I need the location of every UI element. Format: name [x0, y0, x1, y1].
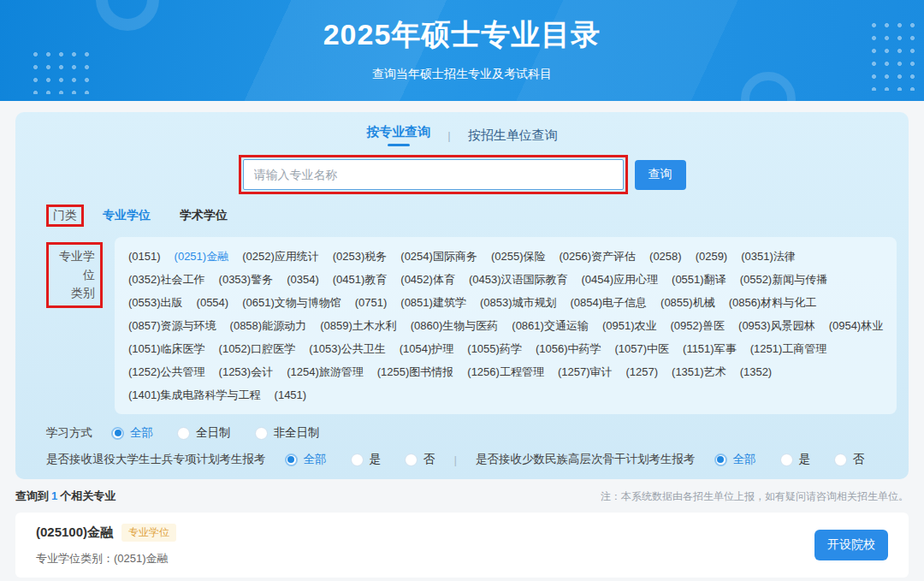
- radio-option-label: 否: [424, 452, 435, 467]
- category-code-option[interactable]: (0854)电子信息: [570, 291, 647, 314]
- minority-plan-label: 是否接收少数民族高层次骨干计划考生报考: [476, 452, 696, 467]
- search-button[interactable]: 查询: [635, 160, 686, 190]
- radio-option-label: 否: [853, 452, 865, 467]
- category-code-option[interactable]: (0851)建筑学: [400, 291, 466, 314]
- group-separator: |: [454, 454, 458, 466]
- tab-by-major[interactable]: 按专业查询: [366, 124, 430, 146]
- category-code-option[interactable]: (0858)能源动力: [230, 314, 307, 337]
- code-row: (1051)临床医学(1052)口腔医学(1053)公共卫生(1054)护理(1…: [128, 337, 883, 360]
- radio-option[interactable]: 全日制: [177, 425, 231, 441]
- category-code-option[interactable]: (1401)集成电路科学与工程: [128, 383, 261, 406]
- radio-option-label: 是: [799, 452, 811, 467]
- radio-option-label: 全日制: [196, 425, 231, 441]
- radio-icon: [834, 454, 847, 466]
- category-code-option[interactable]: (0451)教育: [333, 268, 388, 291]
- category-code-option[interactable]: (1051)临床医学: [128, 337, 205, 360]
- category-code-option[interactable]: (0953)风景园林: [738, 314, 815, 337]
- special-plan-row: 是否接收退役大学生士兵专项计划考生报考 全部是否 | 是否接收少数民族高层次骨干…: [46, 452, 891, 467]
- category-code-option[interactable]: (0553)出版: [128, 291, 183, 314]
- category-code-option[interactable]: (1057)中医: [614, 337, 669, 360]
- category-code-option[interactable]: (0861)交通运输: [512, 314, 589, 337]
- category-code-option[interactable]: (0552)新闻与传播: [740, 268, 828, 291]
- veteran-plan-options: 全部是否: [285, 452, 435, 467]
- category-code-option[interactable]: (0454)应用心理: [581, 268, 658, 291]
- result-card: (025100)金融 专业学位 专业学位类别：(0251)金融 开设院校: [15, 513, 909, 578]
- category-code-option[interactable]: (1151)军事: [683, 337, 737, 360]
- category-code-option[interactable]: (0859)土木水利: [320, 314, 397, 337]
- results-count-suffix: 个相关专业: [60, 489, 116, 502]
- category-code-option[interactable]: (1257): [625, 360, 658, 383]
- category-code-option[interactable]: (0453)汉语国际教育: [469, 268, 568, 291]
- radio-option[interactable]: 全部: [111, 425, 153, 441]
- category-code-option[interactable]: (0853)城市规划: [480, 291, 557, 314]
- category-code-option[interactable]: (0353)警务: [219, 268, 274, 291]
- category-code-option[interactable]: (1256)工程管理: [467, 360, 544, 383]
- radio-option[interactable]: 非全日制: [255, 425, 320, 441]
- category-code-option[interactable]: (0951)农业: [602, 314, 657, 337]
- tab-separator: |: [447, 129, 450, 142]
- category-code-option[interactable]: (1252)公共管理: [128, 360, 205, 383]
- tab-academic-degree[interactable]: 学术学位: [180, 208, 228, 223]
- tab-by-institution[interactable]: 按招生单位查询: [468, 127, 558, 144]
- category-code-option[interactable]: (1054)护理: [400, 337, 454, 360]
- category-code-option[interactable]: (1251)工商管理: [750, 337, 827, 360]
- category-code-option[interactable]: (0351)法律: [741, 245, 796, 268]
- category-code-option[interactable]: (1352): [740, 360, 773, 383]
- category-code-option[interactable]: (0258): [649, 245, 682, 268]
- results-note: 注：本系统数据由各招生单位上报，如有疑问请咨询相关招生单位。: [601, 489, 909, 504]
- category-code-option[interactable]: (0856)材料与化工: [729, 291, 817, 314]
- result-card-info: (025100)金融 专业学位 专业学位类别：(0251)金融: [36, 524, 176, 566]
- category-code-option[interactable]: (0651)文物与博物馆: [242, 291, 341, 314]
- category-codes-row: 专业学位 类别 (0151)(0251)金融(0252)应用统计(0253)税务…: [33, 237, 891, 414]
- result-card-title-row: (025100)金融 专业学位: [36, 524, 176, 542]
- category-code-option[interactable]: (1254)旅游管理: [287, 360, 364, 383]
- category-code-option[interactable]: (0952)兽医: [670, 314, 725, 337]
- category-code-option[interactable]: (1055)药学: [467, 337, 522, 360]
- category-code-option[interactable]: (0251)金融: [175, 245, 229, 268]
- category-code-option[interactable]: (0551)翻译: [672, 268, 726, 291]
- category-code-option[interactable]: (0252)应用统计: [242, 245, 319, 268]
- radio-option-label: 全部: [733, 452, 756, 467]
- radio-option[interactable]: 是: [780, 452, 811, 467]
- veteran-plan-label: 是否接收退役大学生士兵专项计划考生报考: [46, 452, 266, 467]
- open-institutions-button[interactable]: 开设院校: [814, 530, 888, 560]
- category-code-option[interactable]: (0751): [355, 291, 388, 314]
- category-code-option[interactable]: (1053)公共卫生: [309, 337, 386, 360]
- category-code-option[interactable]: (0259): [696, 245, 728, 268]
- radio-option[interactable]: 是: [351, 452, 382, 467]
- radio-option[interactable]: 否: [405, 452, 435, 467]
- category-code-option[interactable]: (1056)中药学: [536, 337, 601, 360]
- category-code-option[interactable]: (1255)图书情报: [377, 360, 454, 383]
- dots-decoration: [29, 48, 91, 94]
- category-code-option[interactable]: (0857)资源与环境: [128, 314, 216, 337]
- category-code-option[interactable]: (0354): [287, 268, 319, 291]
- radio-option[interactable]: 全部: [714, 452, 756, 467]
- radio-option[interactable]: 否: [834, 452, 865, 467]
- category-type-label-line2: 类别: [54, 284, 95, 303]
- category-code-option[interactable]: (0253)税务: [333, 245, 388, 268]
- category-code-option[interactable]: (0256)资产评估: [559, 245, 636, 268]
- category-code-option[interactable]: (1253)会计: [219, 360, 274, 383]
- major-name-input[interactable]: [243, 159, 624, 190]
- category-code-option[interactable]: (0255)保险: [491, 245, 546, 268]
- category-code-option[interactable]: (0954)林业: [829, 314, 884, 337]
- radio-icon: [177, 427, 190, 440]
- category-code-option[interactable]: (0151): [128, 245, 161, 268]
- minority-plan-options: 全部是否: [714, 452, 865, 467]
- results-count-prefix: 查询到: [15, 489, 49, 502]
- radio-option[interactable]: 全部: [285, 452, 327, 467]
- annotation-box-search: [239, 155, 628, 194]
- study-mode-label: 学习方式: [46, 425, 92, 441]
- tab-professional-degree[interactable]: 专业学位: [103, 208, 151, 223]
- category-code-option[interactable]: (0452)体育: [400, 268, 455, 291]
- category-code-option[interactable]: (0554): [197, 291, 229, 314]
- category-code-option[interactable]: (0352)社会工作: [128, 268, 205, 291]
- category-code-option[interactable]: (1351)艺术: [672, 360, 726, 383]
- category-code-option[interactable]: (0855)机械: [660, 291, 715, 314]
- category-code-option[interactable]: (1257)审计: [558, 360, 613, 383]
- study-mode-options: 全部全日制非全日制: [111, 425, 320, 441]
- category-code-option[interactable]: (0860)生物与医药: [411, 314, 499, 337]
- category-code-option[interactable]: (1052)口腔医学: [219, 337, 296, 360]
- category-code-option[interactable]: (0254)国际商务: [400, 245, 477, 268]
- category-code-option[interactable]: (1451): [275, 383, 307, 406]
